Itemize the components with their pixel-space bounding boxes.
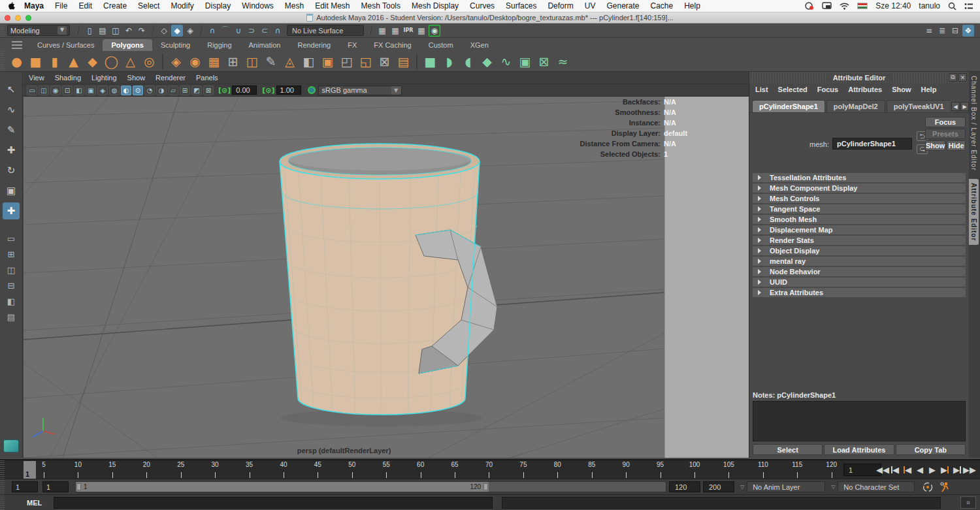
load-attributes-button[interactable]: Load Attributes (824, 444, 894, 455)
screen-space-ao-icon[interactable]: ▱ (168, 86, 178, 95)
shelf-tab[interactable]: FX (339, 39, 365, 51)
separate-icon[interactable]: ◬ (281, 52, 299, 70)
render-current-frame-icon[interactable]: ▦ (389, 25, 401, 37)
multi-cut-icon[interactable]: ✎ (262, 52, 280, 70)
uv-editor-icon[interactable]: ▣ (516, 52, 534, 70)
screen-record-icon[interactable] (804, 2, 814, 10)
go-to-end-button[interactable]: ▶▶ (964, 462, 975, 477)
gamma-field[interactable]: 1.00 (276, 86, 301, 95)
make-live-icon[interactable]: ⊂ (259, 25, 270, 37)
layout-uv-icon[interactable]: ⊠ (535, 52, 553, 70)
render-view-icon[interactable]: ▦ (376, 25, 388, 37)
copy-tab-button[interactable]: Copy Tab (896, 444, 966, 455)
macos-menu-item[interactable]: Mesh Display (412, 1, 459, 10)
character-set-dropdown[interactable]: No Character Set (838, 481, 915, 492)
save-scene-icon[interactable]: ◫ (110, 25, 122, 37)
attribute-editor-tab[interactable]: polyTweakUV1 (887, 100, 950, 112)
play-forwards-button[interactable]: ▶ (927, 462, 938, 477)
attribute-section-header[interactable]: Tangent Space (753, 204, 966, 214)
two-d-pan-zoom-icon[interactable]: ▣ (86, 86, 96, 95)
macos-menu-item[interactable]: Mesh (285, 1, 304, 10)
scale-tool-icon[interactable]: ▣ (3, 182, 20, 199)
attribute-section-header[interactable]: Object Display (753, 246, 966, 255)
range-start-handle[interactable] (76, 483, 81, 490)
presets-button[interactable]: Presets (925, 129, 966, 139)
macos-menu-item[interactable]: Select (138, 1, 159, 10)
macos-menu-item[interactable]: Surfaces (506, 1, 536, 10)
panel-menu-item[interactable]: Renderer (155, 74, 186, 82)
range-slider-track[interactable]: 1 120 (75, 481, 666, 492)
tab-scroll-right-icon[interactable]: ▶ (960, 102, 969, 111)
playback-end-field[interactable]: 120 (669, 481, 700, 492)
snap-to-projected-center-icon[interactable]: ⊃ (246, 25, 257, 37)
toolbar-grip[interactable] (0, 24, 5, 37)
rotate-tool-icon[interactable]: ↻ (3, 162, 20, 179)
gamma-icon[interactable]: [⊙] (262, 86, 274, 95)
attribute-editor-menu-item[interactable]: Show (892, 86, 911, 93)
hide-button[interactable]: Hide (947, 140, 966, 151)
edge-flow-icon[interactable]: ◱ (357, 52, 374, 70)
textured-icon[interactable]: ⊙ (133, 86, 143, 95)
playback-range-bar[interactable]: 1 120 (76, 482, 489, 492)
macos-menu-item[interactable]: Curves (470, 1, 495, 10)
move-tool-icon[interactable]: ✚ (3, 142, 20, 159)
menu-bar-clock[interactable]: Sze 12:40 (875, 1, 911, 10)
macos-menu-item[interactable]: Windows (242, 1, 274, 10)
shelf-tab[interactable]: XGen (462, 39, 497, 51)
character-set-dropdown-icon[interactable]: ▽ (831, 484, 835, 490)
anim-layer-dropdown-icon[interactable]: ▽ (740, 484, 744, 490)
attribute-section-header[interactable]: Render Stats (753, 236, 966, 245)
select-tool-icon[interactable]: ↖ (3, 81, 20, 98)
render-settings-icon[interactable]: ◉ (429, 25, 440, 37)
panel-menu-item[interactable]: Shading (55, 74, 81, 82)
macos-menu-item[interactable]: Maya (24, 1, 44, 10)
macos-menu-item[interactable]: Edit (78, 1, 92, 10)
macos-menu-item[interactable]: UV (585, 1, 596, 10)
panel-menu-item[interactable]: View (29, 74, 44, 82)
mirror-icon[interactable]: ◰ (338, 52, 355, 70)
time-slider[interactable]: 1 5 10 15 20 25 (0, 459, 980, 479)
script-editor-icon[interactable]: ⌗ (960, 496, 976, 509)
bookmark-icon[interactable]: ⊡ (62, 86, 73, 95)
spherical-mapping-icon[interactable]: ◖ (459, 52, 477, 70)
menu-bar-user[interactable]: tanulo (919, 1, 940, 10)
macos-menu-item[interactable]: Create (103, 1, 127, 10)
animation-end-field[interactable]: 200 (703, 481, 734, 492)
shelf-tab[interactable]: Rendering (289, 39, 339, 51)
toggle-attribute-editor-icon[interactable]: ❖ (962, 25, 974, 37)
step-back-frame-button[interactable]: ◀ (890, 462, 900, 477)
hungarian-flag-icon[interactable] (857, 3, 868, 9)
grease-pencil-icon[interactable]: ◈ (97, 86, 108, 95)
play-backwards-button[interactable]: ◀ (915, 462, 925, 477)
attribute-section-header[interactable]: mental ray (753, 257, 966, 266)
color-management-icon[interactable] (308, 86, 316, 94)
macos-menu-item[interactable]: Deform (547, 1, 573, 10)
attribute-editor-menu-item[interactable]: Focus (817, 86, 838, 93)
ipr-render-icon[interactable]: IPR (402, 25, 414, 37)
attribute-editor-tab[interactable]: polyMapDel2 (826, 100, 885, 112)
exposure-icon[interactable]: [⊙] (218, 86, 231, 95)
extrude-icon[interactable]: ◫ (243, 52, 261, 70)
show-button[interactable]: Show (925, 140, 945, 151)
focus-button[interactable]: Focus (925, 117, 966, 127)
attribute-editor-menu-item[interactable]: Attributes (848, 86, 882, 93)
camera-attributes-icon[interactable]: ◉ (50, 86, 61, 95)
macos-menu-item[interactable]: Display (205, 1, 231, 10)
window-title-bar[interactable]: Autodesk Maya 2016 - Student Version: /U… (0, 12, 980, 24)
panel-menu-item[interactable]: Show (127, 74, 146, 82)
boolean-icon[interactable]: ▣ (319, 52, 336, 70)
smooth-icon[interactable]: ◈ (167, 52, 185, 70)
attribute-section-header[interactable]: Smooth Mesh (753, 215, 966, 224)
poly-cylinder-icon[interactable]: ▮ (46, 52, 63, 70)
attribute-section-header[interactable]: Node Behavior (753, 267, 966, 276)
new-scene-icon[interactable]: ▯ (84, 25, 95, 37)
poly-pyramid-icon[interactable]: △ (122, 52, 139, 70)
step-back-key-button[interactable]: ◀ (902, 462, 913, 477)
macos-menu-item[interactable]: Edit Mesh (315, 1, 350, 10)
bevel-icon[interactable]: ▦ (205, 52, 223, 70)
exposure-field[interactable]: 0.00 (232, 86, 257, 95)
shelf-tab[interactable]: Animation (240, 39, 289, 51)
snap-to-point-icon[interactable]: ∪ (233, 25, 244, 37)
panel-menu-item[interactable]: Lighting (91, 74, 117, 82)
cut-uv-icon[interactable]: ≈ (554, 52, 572, 70)
